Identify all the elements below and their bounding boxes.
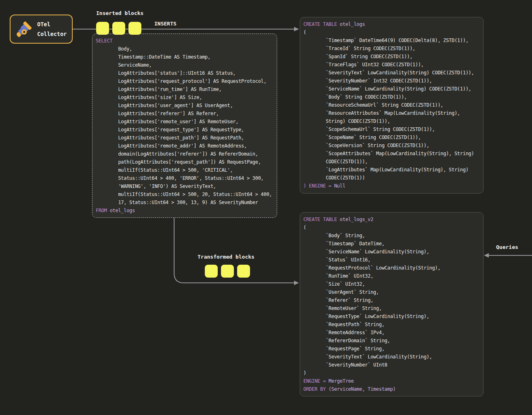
data-block-square bbox=[205, 265, 218, 278]
code-line: ENGINE = MergeTree bbox=[303, 377, 480, 385]
data-block-square bbox=[96, 22, 109, 35]
code-line: `Status` UInt16, bbox=[303, 256, 480, 264]
inserts-label: INSERTS bbox=[154, 21, 177, 27]
code-line: LogAttributes['run_time'] AS RunTime, bbox=[96, 85, 273, 93]
code-line: ( bbox=[303, 223, 480, 232]
code-line: String) CODEC(ZSTD(1)), bbox=[303, 117, 480, 125]
code-line: `ServiceName` LowCardinality(String) COD… bbox=[303, 85, 480, 93]
transformed-blocks-label: Transformed blocks bbox=[198, 254, 254, 260]
code-line: `TraceFlags` UInt32 CODEC(ZSTD(1)), bbox=[303, 61, 480, 69]
code-line: ServiceName, bbox=[96, 61, 273, 69]
code-line: SELECT bbox=[96, 37, 273, 45]
code-line: `ScopeVersion` String CODEC(ZSTD(1)), bbox=[303, 141, 480, 150]
data-block-square bbox=[237, 265, 250, 278]
code-line: `SeverityNumber` UInt8 bbox=[303, 361, 480, 369]
code-line: 'WARNING', 'INFO') AS SeverityText, bbox=[96, 182, 273, 190]
code-line: `Body` String CODEC(ZSTD(1)), bbox=[303, 93, 480, 101]
code-line: `RequestType` LowCardinality(String), bbox=[303, 312, 480, 320]
code-line: CREATE TABLE otel_logs bbox=[303, 20, 480, 28]
code-line: `SeverityNumber` Int32 CODEC(ZSTD(1)), bbox=[303, 77, 480, 85]
code-line: domain(LogAttributes['referer']) AS Refe… bbox=[96, 150, 273, 158]
code-line: `Body` String, bbox=[303, 232, 480, 240]
code-line: `LogAttributes` Map(LowCardinality(Strin… bbox=[303, 166, 480, 174]
code-line: Timestamp::DateTime AS Timestamp, bbox=[96, 53, 273, 61]
code-line: path(LogAttributes['request_path']) AS R… bbox=[96, 158, 273, 166]
arrowhead-right-icon bbox=[294, 281, 299, 285]
arrowhead-left-icon bbox=[484, 253, 489, 258]
code-line: `ScopeName` String CODEC(ZSTD(1)), bbox=[303, 133, 480, 141]
otel-collector-title-line2: Collector bbox=[37, 29, 67, 39]
otel-collector-title-line1: OTel bbox=[37, 19, 67, 29]
code-line: LogAttributes['request_protocol'] AS Req… bbox=[96, 77, 273, 85]
code-line: `RemoteAddress` IPv4, bbox=[303, 329, 480, 337]
code-line: `Timestamp` DateTime, bbox=[303, 240, 480, 248]
code-line: LogAttributes['request_path'] AS Request… bbox=[96, 134, 273, 142]
code-line: `ResourceAttributes` Map(LowCardinality(… bbox=[303, 109, 480, 117]
code-line: `ScopeSchemaUrl` String CODEC(ZSTD(1)), bbox=[303, 125, 480, 133]
code-line: `Referer` String, bbox=[303, 296, 480, 304]
code-line: LogAttributes['status']::UInt16 AS Statu… bbox=[96, 69, 273, 77]
code-line: CREATE TABLE otel_logs_v2 bbox=[303, 215, 480, 223]
code-line: `UserAgent` String, bbox=[303, 288, 480, 296]
create-table-otel-logs-block: CREATE TABLE otel_logs( `Timestamp` Date… bbox=[300, 17, 484, 194]
code-line: ) bbox=[303, 369, 480, 377]
connector-queries-arrow bbox=[484, 253, 532, 258]
data-block-square bbox=[112, 22, 125, 35]
inserted-blocks-label: Inserted blocks bbox=[96, 10, 143, 16]
code-line: Status::UInt64 > 400, 'ERROR', Status::U… bbox=[96, 174, 273, 182]
otel-collector-title: OTel Collector bbox=[37, 19, 67, 39]
inserted-blocks-group bbox=[96, 22, 141, 35]
select-query-block: SELECT Body, Timestamp::DateTime AS Time… bbox=[92, 34, 277, 218]
code-line: LogAttributes['remote_addr'] AS RemoteAd… bbox=[96, 142, 273, 150]
code-line: Body, bbox=[96, 45, 273, 53]
code-line: `Size` UInt32, bbox=[303, 280, 480, 288]
code-line: ( bbox=[303, 28, 480, 36]
code-line: CODEC(ZSTD(1)) bbox=[303, 174, 480, 182]
code-line: `SeverityText` LowCardinality(String) CO… bbox=[303, 69, 480, 77]
code-line: LogAttributes['user_agent'] AS UserAgent… bbox=[96, 101, 273, 110]
code-line: `ScopeAttributes` Map(LowCardinality(Str… bbox=[303, 150, 480, 158]
diagram-canvas: OTel Collector Inserted blocks INSERTS T… bbox=[0, 0, 532, 415]
code-line: `ServiceName` LowCardinality(String), bbox=[303, 248, 480, 256]
code-line: LogAttributes['referer'] AS Referer, bbox=[96, 110, 273, 118]
code-line: `SeverityText` LowCardinality(String), bbox=[303, 353, 480, 361]
code-line: CODEC(ZSTD(1)), bbox=[303, 158, 480, 166]
code-line: `RequestProtocol` LowCardinality(String)… bbox=[303, 264, 480, 272]
code-line: multiIf(Status::UInt64 > 500, 'CRITICAL'… bbox=[96, 166, 273, 174]
otel-collector-node: OTel Collector bbox=[10, 15, 73, 44]
code-line: `ResourceSchemaUrl` String CODEC(ZSTD(1)… bbox=[303, 101, 480, 109]
code-line: FROM otel_logs bbox=[96, 206, 273, 215]
create-table-otel-logs-v2-block: CREATE TABLE otel_logs_v2( `Body` String… bbox=[300, 212, 484, 396]
code-line: `Timestamp` DateTime64(9) CODEC(Delta(8)… bbox=[303, 36, 480, 44]
code-line: `RequestPage` String, bbox=[303, 345, 480, 353]
data-block-square bbox=[221, 265, 234, 278]
code-line: 17, Status::UInt64 > 300, 13, 9) AS Seve… bbox=[96, 198, 273, 206]
transformed-blocks-group bbox=[205, 265, 250, 278]
code-line: `RunTime` UInt32, bbox=[303, 272, 480, 280]
code-line: `SpanId` String CODEC(ZSTD(1)), bbox=[303, 53, 480, 61]
code-line: `RemoteUser` String, bbox=[303, 304, 480, 312]
code-line: LogAttributes['remote_user'] AS RemoteUs… bbox=[96, 118, 273, 126]
code-line: ) ENGINE = Null bbox=[303, 182, 480, 190]
code-line: LogAttributes['size'] AS Size, bbox=[96, 93, 273, 101]
code-line: multiIf(Status::UInt64 > 500, 20, Status… bbox=[96, 190, 273, 198]
code-line: `TraceId` String CODEC(ZSTD(1)), bbox=[303, 44, 480, 53]
arrowhead-right-icon bbox=[294, 27, 299, 32]
code-line: LogAttributes['request_type'] AS Request… bbox=[96, 126, 273, 134]
telescope-icon bbox=[15, 19, 33, 39]
data-block-square bbox=[128, 22, 141, 35]
code-line: ORDER BY (ServiceName, Timestamp) bbox=[303, 385, 480, 393]
code-line: `RefererDomain` String, bbox=[303, 337, 480, 345]
code-line: `RequestPath` String, bbox=[303, 320, 480, 329]
queries-label: Queries bbox=[496, 244, 518, 250]
